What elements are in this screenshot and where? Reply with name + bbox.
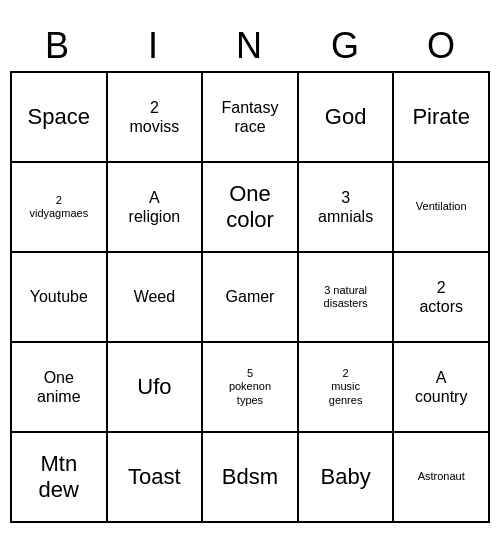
bingo-cell-1-1[interactable]: A religion	[108, 163, 204, 253]
bingo-cell-1-2[interactable]: One color	[203, 163, 299, 253]
bingo-cell-4-0[interactable]: Mtn dew	[12, 433, 108, 523]
bingo-cell-4-1[interactable]: Toast	[108, 433, 204, 523]
bingo-cell-0-1[interactable]: 2 moviss	[108, 73, 204, 163]
bingo-cell-4-4[interactable]: Astronaut	[394, 433, 490, 523]
bingo-cell-1-3[interactable]: 3 amnials	[299, 163, 395, 253]
bingo-cell-2-4[interactable]: 2 actors	[394, 253, 490, 343]
bingo-cell-0-3[interactable]: God	[299, 73, 395, 163]
bingo-cell-2-3[interactable]: 3 natural disasters	[299, 253, 395, 343]
header-letter-n: N	[202, 21, 298, 71]
bingo-cell-3-2[interactable]: 5 pokenon types	[203, 343, 299, 433]
bingo-cell-1-0[interactable]: 2 vidyagmaes	[12, 163, 108, 253]
bingo-cell-2-2[interactable]: Gamer	[203, 253, 299, 343]
bingo-cell-2-0[interactable]: Youtube	[12, 253, 108, 343]
bingo-cell-4-2[interactable]: Bdsm	[203, 433, 299, 523]
header-letter-g: G	[298, 21, 394, 71]
bingo-cell-4-3[interactable]: Baby	[299, 433, 395, 523]
header-letter-o: O	[394, 21, 490, 71]
bingo-cell-2-1[interactable]: Weed	[108, 253, 204, 343]
bingo-board: BINGO Space2 movissFantasy raceGodPirate…	[10, 21, 490, 523]
bingo-cell-3-1[interactable]: Ufo	[108, 343, 204, 433]
bingo-cell-3-0[interactable]: One anime	[12, 343, 108, 433]
bingo-cell-0-0[interactable]: Space	[12, 73, 108, 163]
header-letter-b: B	[10, 21, 106, 71]
bingo-cell-3-3[interactable]: 2 music genres	[299, 343, 395, 433]
bingo-cell-0-4[interactable]: Pirate	[394, 73, 490, 163]
bingo-cell-1-4[interactable]: Ventilation	[394, 163, 490, 253]
bingo-cell-3-4[interactable]: A country	[394, 343, 490, 433]
bingo-cell-0-2[interactable]: Fantasy race	[203, 73, 299, 163]
bingo-header: BINGO	[10, 21, 490, 71]
bingo-grid: Space2 movissFantasy raceGodPirate2 vidy…	[10, 71, 490, 523]
header-letter-i: I	[106, 21, 202, 71]
